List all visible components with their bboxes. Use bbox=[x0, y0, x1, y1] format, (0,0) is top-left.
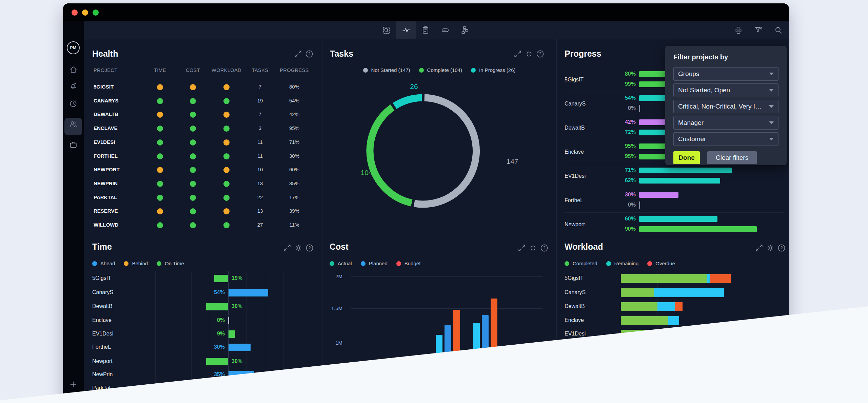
health-status-dot-time bbox=[157, 139, 163, 146]
time-expand-icon[interactable] bbox=[283, 244, 292, 252]
legend-item[interactable]: Complete (104) bbox=[419, 67, 462, 73]
filter-projects-panel: Filter projects by GroupsNot Started, Op… bbox=[665, 46, 787, 165]
health-progress-value: 42% bbox=[282, 111, 306, 117]
health-table-row[interactable]: DEWALTB742% bbox=[84, 108, 322, 122]
cost-bar-actual[interactable] bbox=[436, 335, 442, 403]
legend-item[interactable]: In Progress (26) bbox=[471, 67, 516, 73]
progress-bar[interactable] bbox=[639, 168, 732, 173]
cost-bar-budget[interactable] bbox=[453, 310, 460, 403]
workload-bar-segment[interactable] bbox=[654, 330, 677, 339]
cost-settings-icon[interactable] bbox=[529, 244, 537, 252]
filter-dropdown[interactable]: Manager bbox=[673, 116, 778, 130]
health-table-row[interactable]: RESERVE1339% bbox=[84, 205, 322, 218]
progress-bar[interactable] bbox=[639, 178, 720, 184]
clear-filters-button[interactable]: Clear filters bbox=[707, 151, 757, 164]
clipboard-icon[interactable] bbox=[421, 26, 430, 35]
card-icon[interactable] bbox=[441, 26, 450, 35]
close-button[interactable] bbox=[72, 9, 78, 16]
workload-bar-segment[interactable] bbox=[675, 302, 683, 311]
legend-item[interactable]: Completed bbox=[565, 261, 597, 266]
legend-item[interactable]: Behind bbox=[124, 261, 148, 266]
workload-bar-segment[interactable] bbox=[621, 302, 657, 311]
health-table-row[interactable]: FORTHEL1130% bbox=[84, 150, 322, 164]
workload-bar-segment[interactable] bbox=[668, 316, 679, 325]
workload-bar-segment[interactable] bbox=[621, 288, 654, 297]
workflow-icon[interactable] bbox=[460, 26, 469, 35]
health-help-icon[interactable]: ? bbox=[305, 50, 314, 58]
legend-item[interactable]: On Time bbox=[157, 261, 184, 266]
time-bar[interactable] bbox=[229, 371, 254, 379]
health-progress-value: 11% bbox=[282, 222, 306, 228]
progress-bar[interactable] bbox=[639, 226, 757, 232]
health-expand-icon[interactable] bbox=[294, 50, 302, 58]
sidebar-item-portfolio[interactable] bbox=[69, 140, 78, 149]
health-table-row[interactable]: NEWPRIN1335% bbox=[84, 177, 322, 191]
workload-bar-segment[interactable] bbox=[657, 302, 675, 311]
progress-bar[interactable] bbox=[639, 216, 717, 222]
time-bar[interactable] bbox=[229, 344, 251, 351]
time-bar[interactable] bbox=[206, 303, 228, 310]
add-button[interactable] bbox=[69, 380, 78, 389]
cost-help-icon[interactable]: ? bbox=[540, 244, 549, 252]
cost-bar-actual[interactable] bbox=[473, 323, 480, 403]
legend-item[interactable]: Actual bbox=[330, 261, 352, 266]
filter-dropdown[interactable]: Critical, Non-Critical, Very Impor... bbox=[673, 100, 778, 113]
cost-bar-planned[interactable] bbox=[482, 315, 489, 403]
legend-item[interactable]: Ahead bbox=[92, 261, 115, 266]
clear-filter-icon[interactable] bbox=[754, 26, 763, 35]
filter-dropdown[interactable]: Customer bbox=[673, 132, 778, 146]
health-project-name: 5GIGSIT bbox=[94, 84, 114, 90]
time-bar[interactable] bbox=[206, 358, 228, 365]
workload-bar-segment[interactable] bbox=[621, 330, 654, 339]
health-table-row[interactable]: CANARYS1954% bbox=[84, 94, 322, 108]
health-table-row[interactable]: EV1DESI1171% bbox=[84, 136, 322, 150]
workload-settings-icon[interactable] bbox=[766, 244, 775, 252]
activity-icon[interactable] bbox=[402, 26, 411, 35]
time-bar[interactable] bbox=[229, 330, 235, 338]
sidebar-item-notifications[interactable] bbox=[69, 81, 78, 90]
health-status-dot-time bbox=[157, 112, 163, 118]
legend-item[interactable]: Not Started (147) bbox=[363, 67, 410, 73]
tasks-donut-chart[interactable] bbox=[362, 90, 484, 212]
filter-dropdown[interactable]: Not Started, Open bbox=[673, 83, 778, 97]
minimize-button[interactable] bbox=[82, 9, 88, 16]
workload-bar-segment[interactable] bbox=[621, 274, 707, 283]
legend-item[interactable]: Budget bbox=[396, 261, 421, 266]
legend-item[interactable]: Planned bbox=[361, 261, 388, 266]
sidebar-item-team[interactable] bbox=[69, 120, 78, 129]
tasks-settings-icon[interactable] bbox=[525, 50, 533, 58]
zoom-button[interactable] bbox=[93, 9, 99, 16]
progress-bar[interactable] bbox=[639, 192, 678, 198]
time-settings-icon[interactable] bbox=[294, 244, 303, 252]
health-table-row[interactable]: 5GIGSIT780% bbox=[84, 80, 322, 94]
workload-bar-segment[interactable] bbox=[710, 274, 731, 283]
workload-bar-segment[interactable] bbox=[654, 288, 724, 297]
print-icon[interactable] bbox=[734, 26, 743, 35]
cost-ytick-label: 2M bbox=[315, 273, 342, 279]
workload-help-icon[interactable]: ? bbox=[777, 244, 786, 252]
workload-bar-segment[interactable] bbox=[621, 316, 668, 325]
health-table-row[interactable]: PARKTAL2217% bbox=[84, 191, 322, 205]
health-table-row[interactable]: NEWPORT1060% bbox=[84, 163, 322, 177]
sidebar-item-home[interactable] bbox=[69, 65, 78, 74]
search-icon[interactable] bbox=[774, 26, 783, 35]
time-bar[interactable] bbox=[214, 275, 228, 282]
legend-item[interactable]: Overdue bbox=[647, 261, 675, 266]
tasks-help-icon[interactable]: ? bbox=[536, 50, 545, 58]
cost-expand-icon[interactable] bbox=[517, 244, 526, 252]
workload-expand-icon[interactable] bbox=[755, 244, 764, 252]
workload-bar-segment[interactable] bbox=[707, 274, 710, 283]
zoom-area-icon[interactable] bbox=[382, 26, 391, 35]
legend-item[interactable]: Remaining bbox=[606, 261, 639, 266]
tasks-expand-icon[interactable] bbox=[513, 50, 522, 58]
time-bar[interactable] bbox=[229, 289, 268, 296]
sidebar-item-time[interactable] bbox=[69, 99, 78, 108]
cost-bar-budget[interactable] bbox=[491, 299, 497, 403]
workload-bar-segment[interactable] bbox=[677, 330, 681, 339]
cost-bar-planned[interactable] bbox=[445, 325, 451, 403]
health-table-row[interactable]: ENCLAVE395% bbox=[84, 122, 322, 136]
health-table-row[interactable]: WILLOWD2711% bbox=[84, 218, 322, 232]
time-help-icon[interactable]: ? bbox=[305, 244, 314, 252]
filter-dropdown[interactable]: Groups bbox=[673, 67, 778, 81]
done-button[interactable]: Done bbox=[673, 151, 700, 164]
